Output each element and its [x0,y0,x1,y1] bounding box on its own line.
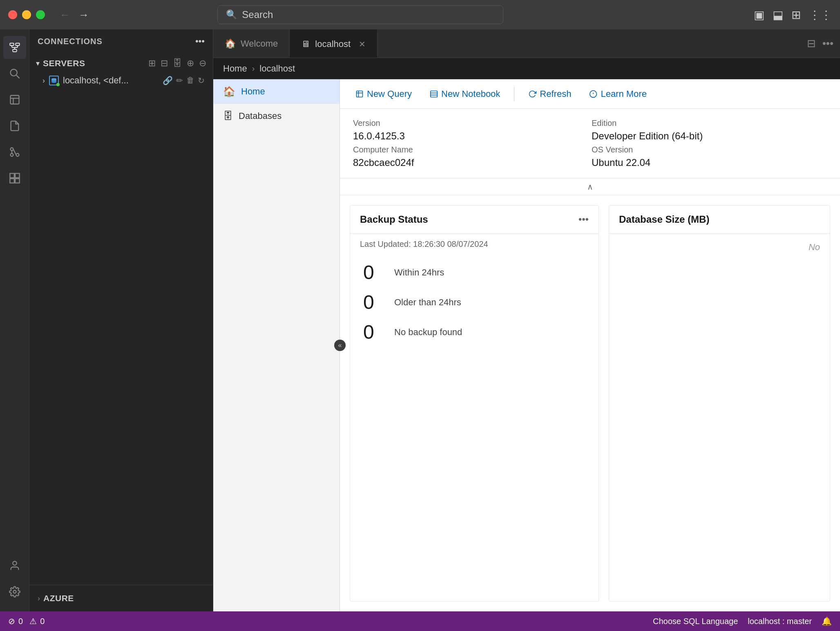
activity-files[interactable] [3,114,26,137]
panel-toggle-icon[interactable]: ⬓ [773,8,783,22]
traffic-lights [8,10,45,19]
tab-welcome-icon: 🏠 [225,38,236,49]
sidebar-title: CONNECTIONS [38,37,103,46]
svg-line-16 [13,149,16,155]
tab-welcome[interactable]: 🏠 Welcome [213,29,290,58]
svg-rect-27 [431,91,438,97]
svg-point-22 [13,591,16,593]
os-value: Ubuntu 22.04 [592,157,827,168]
new-notebook-button[interactable]: New Notebook [422,85,507,103]
nav-item-home[interactable]: 🏠 Home [213,79,340,104]
status-errors[interactable]: ⊘ 0 ⚠ 0 [8,616,45,626]
backup-card-header: Backup Status ••• [350,206,599,234]
svg-point-7 [10,69,17,76]
close-button[interactable] [8,10,17,19]
svg-point-12 [16,154,19,157]
nav-item-databases[interactable]: 🗄 Databases [213,104,340,128]
activity-extensions[interactable] [3,167,26,190]
server-item-actions: 🔗 ✏ 🗑 ↻ [163,76,205,85]
sidebar-more-icon[interactable]: ••• [195,36,205,47]
new-query-button[interactable]: New Query [348,85,419,103]
sql-language-selector[interactable]: Choose SQL Language [653,616,738,626]
activity-settings[interactable] [3,580,26,603]
collapse-all-icon[interactable]: ⊖ [199,58,206,69]
computer-block: Computer Name 82cbcaec024f [353,145,588,168]
layout-icon[interactable]: ⊞ [791,8,801,22]
server-db-icon [49,76,59,85]
nav-item-databases-label: Databases [239,111,281,121]
no-data-text: No [809,242,820,253]
server-expand-icon[interactable]: › [42,76,45,85]
minimize-button[interactable] [22,10,31,19]
sql-language-label: Choose SQL Language [653,617,738,626]
titlebar: ← → 🔍 Search ▣ ⬓ ⊞ ⋮⋮ [0,0,840,29]
stat-no-backup: 0 No backup found [363,321,585,343]
sidebar-header: CONNECTIONS ••• [29,29,213,53]
servers-section: ▾ SERVERS ⊞ ⊟ 🗄 ⊕ ⊖ › [29,53,213,91]
dbsize-content: No [609,234,830,601]
server-link-icon[interactable]: 🔗 [163,76,173,85]
notification-bell[interactable]: 🔔 [822,616,832,626]
azure-section[interactable]: › AZURE [36,590,206,606]
server-edit-icon[interactable]: ✏ [176,76,183,85]
refresh-button[interactable]: Refresh [521,85,579,103]
search-bar[interactable]: 🔍 Search [217,5,503,24]
warning-icon: ⚠ [29,616,37,626]
titlebar-right: ▣ ⬓ ⊞ ⋮⋮ [754,8,832,22]
os-label: OS Version [592,145,827,154]
warning-count: 0 [40,617,45,626]
maximize-button[interactable] [36,10,45,19]
breadcrumb-current[interactable]: localhost [259,63,295,74]
tab-localhost-icon: 🖥 [301,39,310,49]
breadcrumb-home[interactable]: Home [223,63,247,74]
left-nav: « 🏠 Home 🗄 Databases [213,79,340,611]
svg-line-8 [16,75,20,78]
tab-more-icon[interactable]: ••• [822,37,833,50]
activity-account[interactable] [3,554,26,577]
new-query-label: New Query [367,89,412,99]
home-nav-icon: 🏠 [223,86,235,97]
connection-status[interactable]: localhost : master [748,616,812,626]
search-input[interactable]: Search [242,9,273,20]
tab-bar-actions: ⊟ ••• [800,29,840,58]
add-resource-icon[interactable]: 🗄 [173,58,182,69]
computer-value: 82cbcaec024f [353,157,588,168]
tab-close-icon[interactable]: ✕ [359,39,366,49]
svg-rect-17 [10,173,14,178]
sidebar-toggle-icon[interactable]: ▣ [754,8,764,22]
new-server-icon[interactable]: ⊟ [161,58,168,69]
svg-rect-20 [15,179,19,183]
sidebar-header-actions: ••• [195,36,205,47]
servers-label-row: ▾ SERVERS [36,58,85,68]
activity-search[interactable] [3,62,26,85]
left-nav-collapse-button[interactable]: « [334,340,346,351]
back-button[interactable]: ← [60,9,70,21]
server-delete-icon[interactable]: 🗑 [186,76,194,85]
activity-notebooks[interactable] [3,88,26,111]
activity-connections[interactable] [3,36,26,59]
grid-icon[interactable]: ⋮⋮ [809,8,832,22]
dbsize-card-header: Database Size (MB) [609,206,830,234]
server-item-localhost[interactable]: › localhost, <def... 🔗 ✏ 🗑 ↻ [29,72,213,89]
stat-within-24-count: 0 [363,261,388,284]
error-count: 0 [18,617,23,626]
forward-button[interactable]: → [78,9,89,21]
backup-stats: 0 Within 24hrs 0 Older than 24hrs 0 No b… [350,255,599,350]
server-refresh-icon[interactable]: ↻ [198,76,205,85]
learn-more-button[interactable]: Learn More [582,85,654,103]
svg-rect-18 [15,173,19,178]
tab-localhost[interactable]: 🖥 localhost ✕ [290,29,378,58]
left-nav-wrapper: « 🏠 Home 🗄 Databases [213,79,340,611]
azure-expand-icon[interactable]: › [38,594,40,603]
split-editor-icon[interactable]: ⊟ [807,37,816,50]
collapse-info-button[interactable]: ∧ [587,182,593,192]
new-connection-icon[interactable]: ⊞ [148,58,156,69]
svg-rect-24 [357,91,363,97]
servers-collapse-arrow[interactable]: ▾ [36,59,40,68]
nav-item-home-label: Home [241,86,265,97]
backup-card-menu-button[interactable]: ••• [579,214,589,225]
activity-git[interactable] [3,141,26,163]
edition-value: Developer Edition (64-bit) [592,130,827,142]
group-icon[interactable]: ⊕ [187,58,194,69]
backup-timestamp: Last Updated: 18:26:30 08/07/2024 [350,234,599,255]
